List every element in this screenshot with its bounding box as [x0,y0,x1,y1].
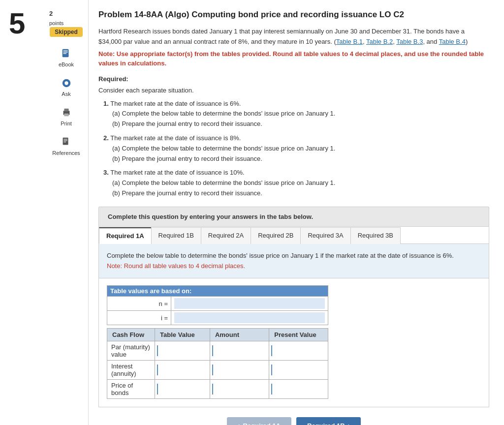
print-icon [60,106,73,120]
note-red: Note: Use appropriate factor(s) from the… [98,49,489,68]
tab-required-2b[interactable]: Required 2B [251,227,301,244]
tab-note: Note: Round all table values to 4 decima… [107,262,245,270]
required-label: Required: [98,75,489,83]
sub-item: (a) Complete the below table to determin… [103,109,489,119]
tab-required-2a[interactable]: Required 2A [201,227,251,244]
table-b3-link[interactable]: Table B.3 [396,38,423,45]
par-tablevalue-input[interactable] [157,345,208,356]
tab-content-area: Complete the below table to determine th… [99,244,489,279]
svg-rect-2 [63,52,68,52]
problem-title: Problem 14-8AA (Algo) Computing bond pri… [98,10,489,20]
consider-text: Consider each separate situation. [98,87,489,94]
svg-rect-7 [64,109,68,112]
svg-rect-3 [63,53,66,54]
table-b4-link[interactable]: Table B.4 [439,38,466,45]
print-label: Print [61,121,72,126]
cf-label-interest: Interest (annuity) [107,361,155,380]
prev-button[interactable]: ‹ Required 1A [227,417,291,425]
sub-item: (a) Complete the below table to determin… [103,178,489,188]
interest-presentvalue-input[interactable] [271,364,326,375]
n-label: n = [107,297,171,311]
chat-icon [60,76,73,90]
cf-header-tablevalue: Table Value [155,329,210,341]
problem-description: Hartford Research issues bonds dated Jan… [98,27,489,47]
list-item: 1. The market rate at the date of issuan… [103,99,489,129]
sidebar-item-ask[interactable]: Ask [60,76,73,97]
complete-banner: Complete this question by entering your … [98,207,489,227]
list-item: 2. The market rate at the date of issuan… [103,133,489,164]
svg-rect-9 [63,138,68,145]
document-icon [59,135,73,149]
problem-number: 5 [9,9,39,38]
references-label: References [52,150,80,156]
sidebar-item-ebook[interactable]: eBook [59,47,74,67]
tabs-row: Required 1A Required 1B Required 2A Requ… [99,227,489,244]
tab-required-1a[interactable]: Required 1A [99,227,152,244]
sidebar-item-print[interactable]: Print [60,106,73,126]
svg-rect-8 [64,114,68,117]
i-input[interactable] [174,312,325,323]
table-row: Price of bonds [107,380,328,399]
tab-required-3a[interactable]: Required 3A [300,227,350,244]
svg-rect-1 [63,51,68,51]
cashflow-table: Cash Flow Table Value Amount Present Val… [107,328,328,399]
svg-rect-12 [64,142,66,142]
tab-required-1b[interactable]: Required 1B [151,227,201,244]
skipped-badge: Skipped [50,27,83,37]
nav-buttons: ‹ Required 1A Required 1B › [98,417,489,425]
price-amount-input[interactable] [212,384,267,395]
sub-item: (a) Complete the below table to determin… [103,144,489,154]
sub-item: (b) Prepare the journal entry to record … [103,154,489,164]
list-item: 3. The market rate at the date of issuan… [103,168,489,198]
cf-header-presentvalue: Present Value [269,329,328,341]
tab-instruction: Complete the below table to determine th… [107,252,454,259]
table-row: Par (maturity) value [107,341,328,361]
sub-item: (b) Prepare the journal entry to record … [103,119,489,129]
sidebar-item-references[interactable]: References [52,135,80,156]
prev-arrow-icon: ‹ [238,422,240,425]
table-row: Interest (annuity) [107,361,328,380]
table-values-header: Table values are based on: [107,286,328,297]
ebook-label: eBook [59,61,74,67]
tab-required-3b[interactable]: Required 3B [350,227,401,244]
svg-rect-11 [64,140,67,141]
par-amount-input[interactable] [212,345,267,356]
next-button-label: Required 1B [307,422,345,425]
sub-item: (b) Prepare the journal entry to record … [103,188,489,199]
price-presentvalue-input[interactable] [271,384,326,395]
book-icon [59,47,73,61]
price-tablevalue-input[interactable] [157,384,208,395]
svg-point-5 [64,81,68,85]
cf-header-amount: Amount [210,329,269,341]
n-input[interactable] [174,298,325,309]
interest-amount-input[interactable] [212,364,267,375]
svg-rect-10 [64,139,67,140]
prev-button-label: Required 1A [243,422,281,425]
cf-header-cashflow: Cash Flow [107,329,155,341]
cf-label-par: Par (maturity) value [107,341,155,361]
situation-list: 1. The market rate at the date of issuan… [98,99,489,199]
table-b2-link[interactable]: Table B.2 [366,38,393,45]
cf-label-price: Price of bonds [107,380,155,399]
interest-tablevalue-input[interactable] [157,364,208,375]
next-arrow-icon: › [348,422,350,425]
next-button[interactable]: Required 1B › [296,417,361,425]
input-table: Table values are based on: n = i = [107,285,328,325]
ask-label: Ask [62,91,70,97]
par-presentvalue-input[interactable] [271,345,326,356]
points-value: 2 [44,10,53,17]
table-b1-link[interactable]: Table B.1 [336,38,363,45]
i-label: i = [107,311,171,325]
points-label: points [44,20,63,26]
table-section: Table values are based on: n = i = [99,278,489,407]
